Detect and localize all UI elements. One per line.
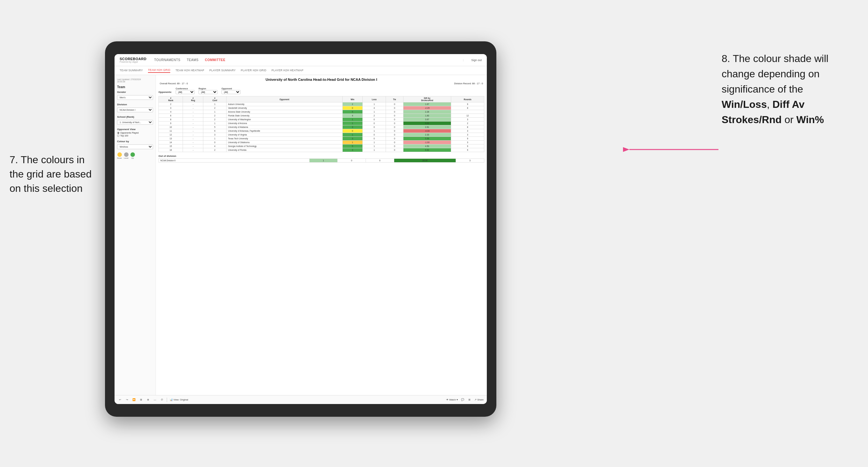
table-cell: 0 [386,122,403,125]
table-cell: 1 [363,148,386,152]
table-cell: 15 [159,145,183,148]
table-cell: University of Arkansas, Fayetteville [226,129,342,133]
dash-icon[interactable]: — [153,398,157,402]
sub-nav-team-h2h-grid[interactable]: TEAM H2H GRID [148,68,170,73]
col-tie: Tie [386,96,403,102]
colour-by-select[interactable]: Win/loss [117,145,153,149]
table-cell: 9.00 [403,122,451,125]
col-opponent: Opponent [226,96,342,102]
table-cell: 0 [386,114,403,118]
radio-opponents-played[interactable]: Opponents Played [117,132,153,134]
legend-level-dot [124,152,128,157]
table-cell: 0 [386,145,403,148]
radio-top-100[interactable]: Top 100 [117,134,153,137]
table-cell: 2 [203,148,226,152]
legend-down-label: Down [117,157,122,159]
table-cell: - [183,129,203,133]
col-rounds: Rounds [451,96,484,102]
grid-icon[interactable]: ⊞ [467,398,472,402]
nav-tournaments[interactable]: TOURNAMENTS [154,58,180,62]
table-cell: 3 [342,148,363,152]
nav-teams[interactable]: TEAMS [187,58,198,62]
conference-filter: Conference (All) [176,88,195,94]
tablet-screen: SCOREBOARD Powered by clippd TOURNAMENTS… [115,54,487,404]
share-btn[interactable]: ↗ Share [474,398,484,401]
table-cell: 1 [342,122,363,125]
table-cell: 9 [451,145,484,148]
region-filter: Region (All) [198,88,218,94]
table-cell: 3 [203,133,226,137]
table-cell: 2 [451,122,484,125]
region-select[interactable]: (All) [198,90,218,94]
nav-committee[interactable]: COMMITTEE [205,58,225,62]
sign-out-link[interactable]: Sign out [471,59,482,62]
table-cell: 0 [363,125,386,129]
table-cell: 0 [386,106,403,110]
logo: SCOREBOARD Powered by clippd [120,57,146,63]
table-cell: 6 [159,114,183,118]
table-cell: 2 [363,114,386,118]
clock-icon[interactable]: ⏱ [160,398,164,402]
table-cell: 1 [363,145,386,148]
add-icon[interactable]: ⊕ [146,398,150,402]
table-cell: 4 [203,145,226,148]
table-cell: 2.28 [403,110,451,114]
table-cell: 2 [203,118,226,122]
table-cell: - [183,122,203,125]
forward-icon[interactable]: ⏩ [132,398,136,402]
table-cell: 9 [451,148,484,152]
school-select[interactable]: 1. University of Nort... [117,120,153,125]
table-cell: 3 [451,133,484,137]
out-of-division: Out of division NCAA Division II 1 0 0 2… [158,155,484,162]
colour-legend: Down Level Up [117,152,153,159]
watch-btn[interactable]: 👁 Watch ▾ [446,398,458,401]
table-cell: 3 [451,129,484,133]
table-cell: 4 [363,106,386,110]
table-row: 12-3University of Virginia1002.333 [159,133,484,137]
table-cell: 9 [451,102,484,106]
view-label: 📊 View: Original [169,398,188,401]
sidebar-division-section: Division NCAA Division I [117,103,153,112]
opponent-filter: Opponent (All) [221,88,241,94]
right-annotation-arrow [623,137,718,162]
table-cell: 0 [386,102,403,106]
sub-nav: TEAM SUMMARY TEAM H2H GRID TEAM H2H HEAT… [115,66,487,75]
annotation-left: 7. The colours in the grid are based on … [9,153,99,195]
last-updated: Last Updated: 27/03/2024 16:55:38 [117,78,153,83]
sub-nav-team-summary[interactable]: TEAM SUMMARY [120,69,143,72]
tablet-frame: SCOREBOARD Powered by clippd TOURNAMENTS… [105,41,496,417]
comment-icon[interactable]: 💬 [460,398,465,402]
redo-icon[interactable]: ↪ [125,398,129,402]
table-cell: University of Alabama [226,125,342,129]
table-cell: 1 [363,141,386,145]
ood-win: 1 [309,159,338,162]
col-diff: Diff AvStrokes/Rnd [403,96,451,102]
conference-select[interactable]: (All) [176,90,195,94]
table-cell: 6 [203,129,226,133]
gender-select[interactable]: Men's [117,95,153,100]
sub-nav-player-summary[interactable]: PLAYER SUMMARY [209,69,236,72]
table-cell: 0 [386,141,403,145]
sidebar-colour-by-section: Colour by Win/loss [117,140,153,149]
table-cell: 10 [159,125,183,129]
table-row: 16-2University of Florida3106.629 [159,148,484,152]
table-cell: 0 [363,122,386,125]
undo-icon[interactable]: ↩ [118,398,122,402]
table-cell: 12 [451,114,484,118]
sub-nav-team-h2h-heatmap[interactable]: TEAM H2H HEATMAP [175,69,204,72]
app-header: SCOREBOARD Powered by clippd TOURNAMENTS… [115,54,487,66]
legend-level-label: Level [124,157,128,159]
sub-nav-player-h2h-heatmap[interactable]: PLAYER H2H HEATMAP [271,69,304,72]
division-select[interactable]: NCAA Division I [117,107,153,112]
crop-icon[interactable]: ⊞ [139,398,143,402]
main-nav: TOURNAMENTS TEAMS COMMITTEE [154,58,455,62]
legend-down-dot [117,152,122,157]
opponent-select[interactable]: (All) [221,90,241,94]
table-cell: 0 [386,133,403,137]
table-row: 8-2University of Washington1003.673 [159,118,484,122]
sub-nav-player-h2h-grid[interactable]: PLAYER H2H GRID [241,69,266,72]
ood-tie: 0 [366,159,394,162]
table-cell: 5.56 [403,137,451,141]
col-loss: Loss [363,96,386,102]
out-of-division-row: NCAA Division II 1 0 0 26.00 3 [159,159,484,162]
